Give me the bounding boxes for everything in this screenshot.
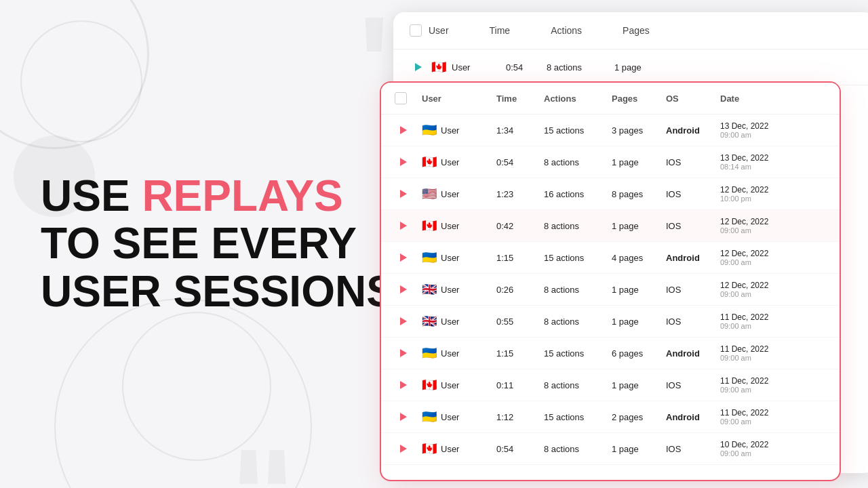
row-pages: 3 pages: [612, 125, 666, 136]
flag-icon: 🇺🇦: [422, 250, 437, 265]
play-button[interactable]: [395, 441, 411, 457]
row-date-main: 12 Dec, 2022: [720, 249, 815, 258]
table-row[interactable]: 🇨🇦 User 0:42 8 actions 1 page IOS 12 Dec…: [381, 210, 840, 242]
play-button[interactable]: [395, 186, 411, 202]
table-row[interactable]: 🇨🇦 User 0:54 8 actions 1 page IOS 10 Dec…: [381, 433, 840, 465]
row-play-wrap: [395, 345, 422, 361]
headline: USE REPLAYS TO SEE EVERY USER SESSIONS: [41, 172, 434, 315]
row-date: 11 Dec, 2022 09:00 am: [720, 376, 815, 394]
bg-card-preview-row: 🇨🇦 User 0:54 8 actions 1 page: [393, 49, 868, 85]
row-pages: 1 page: [612, 157, 666, 167]
row-user: 🇨🇦 User: [422, 155, 496, 169]
play-button[interactable]: [395, 281, 411, 298]
bg-row-time: 0:54: [506, 62, 547, 73]
row-play-wrap: [395, 377, 422, 393]
play-button[interactable]: [395, 154, 411, 170]
table-body: 🇺🇦 User 1:34 15 actions 3 pages Android …: [381, 115, 840, 478]
row-date-main: 11 Dec, 2022: [720, 408, 815, 418]
row-time: 0:54: [496, 157, 544, 167]
play-button[interactable]: [395, 409, 411, 425]
col-header-date: Date: [720, 94, 815, 104]
play-icon: [400, 190, 407, 198]
row-play-wrap: [395, 313, 422, 329]
row-date-main: 12 Dec, 2022: [720, 217, 815, 226]
play-button[interactable]: [395, 122, 411, 138]
row-time: 0:11: [496, 380, 544, 390]
table-row[interactable]: 🇨🇦 User 0:11 8 actions 1 page IOS 11 Dec…: [381, 369, 840, 401]
user-label: User: [441, 285, 459, 295]
play-icon: [400, 381, 407, 389]
select-all-checkbox[interactable]: [395, 92, 407, 104]
user-label: User: [441, 348, 459, 359]
play-icon: [400, 222, 407, 230]
row-date: 12 Dec, 2022 09:00 am: [720, 281, 815, 298]
play-button[interactable]: [395, 218, 411, 234]
table-row[interactable]: 🇨🇦 User 0:54 8 actions 1 page IOS 13 Dec…: [381, 146, 840, 178]
row-play-wrap: [395, 186, 422, 202]
col-header-user: User: [422, 94, 496, 104]
row-pages: 1 page: [612, 380, 666, 390]
row-actions: 16 actions: [544, 189, 612, 199]
play-button[interactable]: [395, 313, 411, 329]
row-actions: 15 actions: [544, 253, 612, 263]
table-row[interactable]: 🇺🇦 User 1:34 15 actions 3 pages Android …: [381, 115, 840, 146]
row-date-time: 09:00 am: [720, 449, 815, 458]
row-date-time: 09:00 am: [720, 322, 815, 330]
bg-card-header: User Time Actions Pages: [393, 12, 868, 49]
table-row[interactable]: 🇺🇦 User 1:12 15 actions 2 pages Android …: [381, 401, 840, 433]
flag-icon: 🇨🇦: [422, 441, 437, 456]
bg-card-checkbox[interactable]: [410, 24, 422, 37]
table-row[interactable]: 🇺🇸 User 1:23 16 actions 8 pages IOS 12 D…: [381, 178, 840, 210]
user-label: User: [441, 157, 459, 167]
row-actions: 15 actions: [544, 125, 612, 136]
table-row[interactable]: 🇺🇦 User 1:15 15 actions 4 pages Android …: [381, 242, 840, 274]
row-date-time: 09:00 am: [720, 290, 815, 298]
row-play-wrap: [395, 409, 422, 425]
play-button[interactable]: [395, 377, 411, 393]
col-header-os: OS: [666, 94, 720, 104]
bg-card-columns: User Time Actions Pages: [429, 25, 650, 36]
row-user: 🇬🇧 User: [422, 282, 496, 297]
row-actions: 8 actions: [544, 380, 612, 390]
row-play-wrap: [395, 218, 422, 234]
play-icon: [400, 285, 407, 293]
row-date-time: 10:00 pm: [720, 195, 815, 203]
headline-line2: TO SEE EVERY: [41, 220, 434, 268]
row-play-wrap: [395, 122, 422, 138]
row-date-main: 11 Dec, 2022: [720, 344, 815, 354]
row-date-time: 09:00 am: [720, 386, 815, 394]
headline-use: USE: [41, 171, 142, 220]
row-os: IOS: [666, 221, 720, 231]
row-date-main: 13 Dec, 2022: [720, 121, 815, 131]
play-button[interactable]: [395, 249, 411, 266]
user-label: User: [441, 221, 459, 231]
row-pages: 1 page: [612, 317, 666, 327]
table-row[interactable]: 🇬🇧 User 0:55 8 actions 1 page IOS 11 Dec…: [381, 306, 840, 338]
row-user: 🇨🇦 User: [422, 378, 496, 392]
row-time: 1:12: [496, 412, 544, 422]
user-label: User: [441, 253, 459, 263]
row-date-time: 09:00 am: [720, 131, 815, 139]
table-row[interactable]: 🇬🇧 User 0:26 8 actions 1 page IOS 12 Dec…: [381, 274, 840, 306]
row-user: 🇺🇦 User: [422, 123, 496, 138]
play-icon: [400, 158, 407, 166]
table-row[interactable]: 🇺🇦 User 1:15 15 actions 6 pages Android …: [381, 338, 840, 369]
row-pages: 6 pages: [612, 348, 666, 359]
flag-icon: 🇨🇦: [422, 218, 437, 233]
flag-icon: 🇬🇧: [422, 282, 437, 297]
row-pages: 4 pages: [612, 253, 666, 263]
row-user: 🇺🇦 User: [422, 250, 496, 265]
row-actions: 8 actions: [544, 317, 612, 327]
row-date: 12 Dec, 2022 09:00 am: [720, 249, 815, 266]
row-date-main: 12 Dec, 2022: [720, 281, 815, 290]
bg-row-user: User: [452, 62, 506, 73]
play-icon: [400, 126, 407, 134]
bg-play-button[interactable]: [410, 59, 426, 75]
user-label: User: [441, 444, 459, 454]
row-date: 11 Dec, 2022 09:00 am: [720, 312, 815, 330]
play-button[interactable]: [395, 345, 411, 361]
flag-icon: 🇺🇦: [422, 409, 437, 424]
row-actions: 8 actions: [544, 157, 612, 167]
row-user: 🇺🇦 User: [422, 346, 496, 361]
play-icon: [400, 445, 407, 453]
